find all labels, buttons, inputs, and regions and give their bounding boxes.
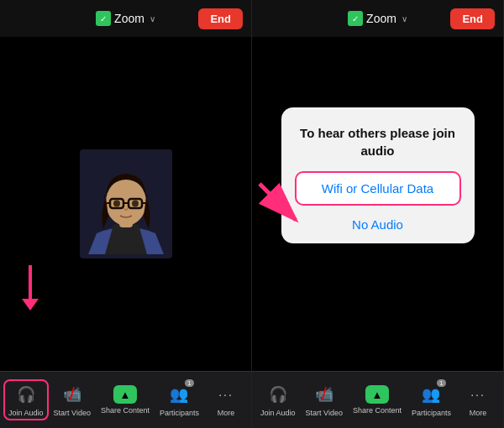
participants-button-right[interactable]: 👥 1 Participants [407,379,456,420]
arrow-right-svg [255,180,306,230]
join-audio-button-right[interactable]: 🎧 Join Audio [255,379,301,420]
toolbar-left: 🎧 Join Audio 📹 / Start Video ▲ Share Con… [0,371,251,428]
join-audio-label-right: Join Audio [260,409,296,417]
participants-icon-wrap-right: 👥 1 [419,383,443,406]
video-area-right: To hear others please join audio Wifi or… [252,37,503,371]
join-audio-icon-wrap: 🎧 [14,383,38,406]
shield-icon-left: ✓ [96,11,111,26]
left-panel: ✓ Zoom ∨ End [0,0,252,428]
app-name-left: Zoom [114,12,144,25]
participants-button-left[interactable]: 👥 1 Participants [155,379,204,420]
modal-overlay: To hear others please join audio Wifi or… [252,37,503,314]
zoom-logo-right[interactable]: ✓ Zoom ∨ [348,11,407,26]
more-button-right[interactable]: ··· More [456,379,500,420]
participants-label-left: Participants [160,409,199,417]
arrow-head [22,299,39,311]
more-label-right: More [470,409,487,417]
join-audio-label-left: Join Audio [8,409,44,417]
arrow-shaft [29,265,32,299]
start-video-button-left[interactable]: 📹 / Start Video [49,379,96,420]
participants-label-right: Participants [412,409,451,417]
more-icon-left: ··· [214,383,238,406]
chevron-icon-left: ∨ [150,14,155,23]
svg-point-9 [132,201,139,207]
modal-title: To hear others please join audio [295,124,461,159]
start-video-icon-wrap-right: 📹 / [312,383,336,406]
person-face-svg [88,154,164,254]
join-audio-button-left[interactable]: 🎧 Join Audio [3,379,49,420]
zoom-logo-left[interactable]: ✓ Zoom ∨ [96,11,155,26]
share-content-button-right[interactable]: ▲ Share Content [348,382,407,418]
svg-line-11 [260,184,296,220]
participants-badge-right: 1 [437,379,447,387]
more-label-left: More [218,409,235,417]
toolbar-right: 🎧 Join Audio 📹 / Start Video ▲ Share Con… [252,371,503,428]
no-audio-button[interactable]: No Audio [352,217,403,232]
share-icon-right: ▲ [365,385,389,404]
headphones-icon: 🎧 [14,383,38,406]
share-content-label-right: Share Content [353,406,402,415]
more-icon-right: ··· [466,383,490,406]
share-icon-left: ▲ [113,385,137,404]
end-button-right[interactable]: End [450,8,495,29]
join-audio-modal: To hear others please join audio Wifi or… [281,107,475,243]
headphones-icon-right: 🎧 [266,383,290,406]
join-audio-icon-wrap-right: 🎧 [266,383,290,406]
shield-icon-right: ✓ [348,11,363,26]
start-video-button-right[interactable]: 📹 / Start Video [301,379,348,420]
share-content-icon-wrap: ▲ [113,385,137,404]
top-bar-right: ✓ Zoom ∨ End [252,0,503,37]
participants-icon-wrap: 👥 1 [167,383,191,406]
end-button-left[interactable]: End [198,8,243,29]
chevron-icon-right: ∨ [402,14,407,23]
more-button-left[interactable]: ··· More [204,379,248,420]
video-icon-right: 📹 / [312,383,336,406]
top-bar-left: ✓ Zoom ∨ End [0,0,251,37]
share-content-button-left[interactable]: ▲ Share Content [96,382,155,418]
person-thumbnail [80,149,172,258]
start-video-label-left: Start Video [54,409,91,417]
video-icon-left: 📹 / [60,383,84,406]
wifi-cellular-button[interactable]: Wifi or Cellular Data [295,171,461,206]
app-name-right: Zoom [366,12,396,25]
start-video-label-right: Start Video [306,409,343,417]
participants-badge-left: 1 [185,379,195,387]
svg-point-8 [113,201,120,207]
video-area-left [0,37,251,371]
right-panel: ✓ Zoom ∨ End To hear others please join … [252,0,504,428]
share-content-icon-wrap-right: ▲ [365,385,389,404]
down-arrow-left [22,265,39,311]
start-video-icon-wrap: 📹 / [60,383,84,406]
share-content-label-left: Share Content [101,406,150,415]
